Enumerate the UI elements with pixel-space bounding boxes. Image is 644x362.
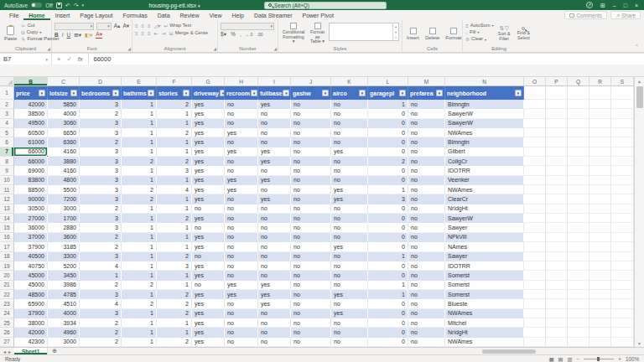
cell[interactable]: [546, 176, 568, 185]
cell[interactable]: yes: [225, 290, 258, 299]
cell[interactable]: no: [408, 318, 445, 328]
paste-button[interactable]: Paste: [3, 22, 18, 45]
row-header-2[interactable]: 2: [0, 100, 14, 109]
cell[interactable]: 42000: [14, 328, 48, 337]
cell[interactable]: 2: [157, 128, 192, 137]
align-center-icon[interactable]: ≡: [142, 31, 145, 36]
cell[interactable]: 3300: [48, 252, 80, 261]
cell[interactable]: [524, 290, 546, 299]
cell[interactable]: [589, 328, 611, 337]
cell[interactable]: [611, 281, 634, 290]
cell[interactable]: [568, 223, 589, 232]
cell[interactable]: no: [291, 176, 331, 185]
column-header-F[interactable]: F: [157, 77, 192, 86]
cell[interactable]: yes: [192, 194, 225, 204]
cell[interactable]: 1: [157, 281, 192, 290]
row-header-10[interactable]: 10: [0, 176, 14, 185]
cell[interactable]: yes: [258, 157, 291, 166]
cell[interactable]: yes: [192, 299, 225, 308]
cell[interactable]: yes: [192, 119, 225, 128]
autosave-toggle[interactable]: [31, 3, 42, 8]
zoom-out-icon[interactable]: −: [577, 356, 580, 362]
cell[interactable]: yes: [192, 290, 225, 299]
font-name-select[interactable]: [55, 23, 94, 30]
column-header-S[interactable]: S: [611, 77, 634, 86]
cell[interactable]: [589, 166, 611, 175]
cell[interactable]: no: [258, 128, 291, 137]
align-top-icon[interactable]: ≡: [135, 23, 138, 28]
cell[interactable]: [524, 271, 546, 280]
cell[interactable]: Somerst: [445, 281, 524, 290]
cell[interactable]: 1: [122, 242, 157, 251]
title-caret-icon[interactable]: ▾: [198, 3, 200, 8]
cell[interactable]: no: [291, 100, 331, 109]
row-header-5[interactable]: 5: [0, 128, 14, 137]
cell[interactable]: [568, 252, 589, 261]
cell[interactable]: no: [225, 271, 258, 280]
sort-filter-button[interactable]: ⇅▽ Sort & Filter: [496, 22, 512, 45]
tab-insert[interactable]: Insert: [50, 10, 75, 20]
cell[interactable]: yes: [331, 185, 368, 194]
cell[interactable]: 3: [157, 261, 192, 271]
redo-icon[interactable]: ↷: [74, 3, 79, 8]
filter-icon[interactable]: ▾: [515, 90, 522, 96]
cell[interactable]: SawyerW: [445, 119, 524, 128]
cell[interactable]: no: [408, 328, 445, 337]
row-header-17[interactable]: 17: [0, 242, 14, 251]
cell[interactable]: [524, 281, 546, 290]
cell[interactable]: no: [258, 109, 291, 118]
cell[interactable]: [589, 281, 611, 290]
cell[interactable]: 2: [157, 157, 192, 166]
cell[interactable]: no: [225, 109, 258, 118]
selected-cell[interactable]: 66000: [14, 147, 48, 157]
cell[interactable]: 0: [368, 147, 408, 157]
cell[interactable]: 3060: [48, 119, 80, 128]
cell[interactable]: [611, 261, 634, 271]
cell[interactable]: no: [291, 338, 331, 347]
table-header-bathrms[interactable]: bathrms▾: [122, 86, 157, 100]
filter-icon[interactable]: ▾: [322, 90, 329, 96]
clipboard-dialog-launcher-icon[interactable]: ◢: [48, 47, 50, 51]
cell[interactable]: [524, 194, 546, 204]
cell[interactable]: 1: [122, 109, 157, 118]
cell[interactable]: no: [331, 176, 368, 185]
align-left-icon[interactable]: ≡: [135, 31, 138, 36]
cell[interactable]: 2: [80, 338, 122, 347]
cell[interactable]: 42000: [14, 100, 48, 109]
cell[interactable]: 2: [157, 338, 192, 347]
diagonal-arrow-icon[interactable]: ↗: [586, 2, 593, 8]
cell[interactable]: [546, 271, 568, 280]
cell[interactable]: yes: [192, 309, 225, 318]
percent-format-icon[interactable]: %: [231, 32, 236, 38]
column-header-C[interactable]: C: [48, 77, 80, 86]
cell[interactable]: no: [331, 137, 368, 147]
cell[interactable]: no: [291, 204, 331, 214]
filter-icon[interactable]: ▾: [359, 90, 366, 96]
new-sheet-icon[interactable]: ⊕: [48, 348, 61, 354]
insert-function-icon[interactable]: fx: [78, 55, 83, 63]
cell[interactable]: 4: [80, 299, 122, 308]
cell[interactable]: 1: [122, 100, 157, 109]
cell[interactable]: 1: [157, 328, 192, 337]
cell[interactable]: yes: [192, 100, 225, 109]
cell[interactable]: 3185: [48, 242, 80, 251]
cell[interactable]: 2: [157, 214, 192, 223]
row-header-18[interactable]: 18: [0, 252, 14, 261]
table-header-recroom[interactable]: recroom▾: [225, 86, 258, 100]
cell[interactable]: 0: [368, 176, 408, 185]
cell[interactable]: no: [331, 128, 368, 137]
namebox-dropdown-icon[interactable]: ▾: [45, 57, 48, 62]
cell[interactable]: no: [408, 271, 445, 280]
cell[interactable]: no: [331, 223, 368, 232]
cell[interactable]: no: [408, 309, 445, 318]
cell[interactable]: yes: [331, 309, 368, 318]
cell[interactable]: [568, 328, 589, 337]
cell-styles-gallery[interactable]: ▴▾▿: [329, 23, 399, 41]
cell[interactable]: 3: [80, 128, 122, 137]
clear-button[interactable]: ⊘Clear ▾: [465, 36, 494, 42]
cell[interactable]: no: [258, 261, 291, 271]
cell[interactable]: no: [225, 242, 258, 251]
column-header-R[interactable]: R: [589, 77, 611, 86]
cell[interactable]: [589, 318, 611, 328]
zoom-slider[interactable]: [584, 359, 614, 359]
